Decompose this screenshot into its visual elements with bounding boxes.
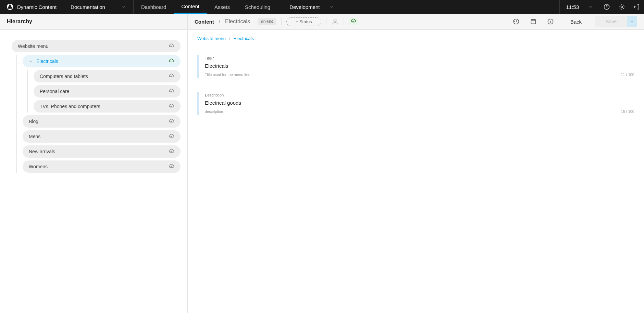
topbar: Dynamic Content Documentation Dashboard … [0,0,644,14]
environment-dropdown[interactable]: Development [282,0,341,14]
chevron-down-icon [29,59,33,63]
info-icon [547,18,554,25]
svg-point-3 [621,6,622,8]
field-title-label: Title * [205,56,634,60]
tree-node-mens[interactable]: Mens [23,130,181,143]
logout-icon [633,3,640,10]
locale-badge: en-GB [258,18,276,25]
help-icon [603,3,610,10]
svg-point-4 [334,19,336,22]
cloud-done-icon [168,43,174,49]
calendar-icon [530,18,537,25]
title-input[interactable] [205,62,634,71]
tree-node-label: Website menu [18,43,48,49]
gear-icon [618,3,625,10]
tree-node-label: Mens [29,134,40,139]
history-button[interactable] [510,18,522,25]
chevron-down-icon [122,5,126,9]
description-input[interactable] [205,99,634,108]
tree-node-tvs-phones-computers[interactable]: TVs, Phones and computers [34,100,181,113]
tree-node-blog[interactable]: Blog [23,115,181,128]
breadcrumb-current: Electricals [234,36,254,41]
field-description-label: Description [205,93,634,97]
tree-node-label: TVs, Phones and computers [40,104,100,109]
content-crumb-leaf: Electricals [225,18,250,25]
info-button[interactable] [544,18,557,25]
tree-node-computers-tablets[interactable]: Computers and tablets [34,70,181,82]
environment-label: Development [289,4,320,10]
content-crumb-root: Content [195,19,214,25]
cloud-done-icon [168,164,174,170]
hierarchy-title: Hierarchy [7,18,32,25]
field-description-help: description [205,109,223,114]
tree-node-label: Womens [29,164,48,169]
required-marker: * [213,56,214,60]
cloud-done-icon [168,118,174,125]
tree-node-label: Computers and tablets [40,74,88,79]
hierarchy-tree: Website menu Electricals [0,30,188,313]
schedule-button[interactable] [527,18,540,25]
settings-button[interactable] [614,0,629,14]
brand: Dynamic Content [0,0,63,14]
save-button-group: Save [595,16,637,27]
breadcrumb-root-link[interactable]: Website menu [197,36,226,41]
tree-node-womens[interactable]: Womens [23,160,181,173]
tree-node-personal-care[interactable]: Personal care [34,85,181,97]
main-area: Website menu Electricals [0,30,644,313]
nav-assets[interactable]: Assets [207,0,237,14]
divider [344,18,344,25]
brand-name: Dynamic Content [17,4,57,10]
field-title-help: Title used for the menu item [205,73,251,77]
content-header: Content / Electricals en-GB + Status Bac… [188,14,644,29]
tree-node-label: Electricals [36,58,58,64]
field-label-text: Title [205,56,212,60]
assignee-icon[interactable] [331,18,339,25]
subheader: Hierarchy Content / Electricals en-GB + … [0,14,644,30]
divider [326,18,326,25]
tree-node-label: Blog [29,119,38,124]
field-description-counter: 16 / 100 [621,109,634,114]
documentation-label: Documentation [71,4,105,10]
nav-content[interactable]: Content [174,0,207,14]
cloud-done-icon [168,133,174,140]
nav-dashboard[interactable]: Dashboard [134,0,174,14]
nav-scheduling[interactable]: Scheduling [237,0,278,14]
cloud-done-icon [168,103,174,109]
crumb-separator: / [229,36,230,41]
content-breadcrumb: Website menu / Electricals [197,36,634,41]
tree-node-label: New arrivals [29,149,55,154]
cloud-done-icon [168,73,174,79]
field-title-counter: 11 / 100 [621,73,634,77]
add-status-button[interactable]: + Status [286,17,321,26]
brand-logo-icon [6,3,14,11]
tree-node-website-menu[interactable]: Website menu [12,40,181,52]
svg-point-2 [606,8,607,9]
field-description: Description description 16 / 100 [197,92,634,115]
hierarchy-header: Hierarchy [0,14,188,29]
svg-rect-5 [531,19,535,24]
field-title: Title * Title used for the menu item 11 … [197,55,634,78]
crumb-separator: / [219,18,220,25]
chevron-down-icon [330,5,334,9]
tree-node-new-arrivals[interactable]: New arrivals [23,145,181,158]
cloud-saved-icon [349,18,358,25]
logout-button[interactable] [629,0,644,14]
history-icon [513,18,520,25]
cloud-outline-icon [168,58,174,64]
tree-node-electricals[interactable]: Electricals [23,55,181,67]
primary-nav: Dashboard Content Assets Scheduling [134,0,278,14]
tree-node-label: Personal care [40,89,69,94]
back-button[interactable]: Back [561,19,591,25]
field-label-text: Description [205,93,224,97]
divider [281,18,282,25]
cloud-done-icon [168,88,174,94]
cloud-done-icon [168,148,174,155]
save-button[interactable]: Save [595,16,627,27]
save-dropdown-button[interactable] [627,16,637,27]
documentation-dropdown[interactable]: Documentation [63,0,134,14]
clock-dropdown[interactable]: 11:53 [559,0,599,14]
help-button[interactable] [599,0,614,14]
chevron-down-icon [630,19,634,24]
chevron-down-icon [589,5,593,9]
clock-value: 11:53 [566,4,579,10]
